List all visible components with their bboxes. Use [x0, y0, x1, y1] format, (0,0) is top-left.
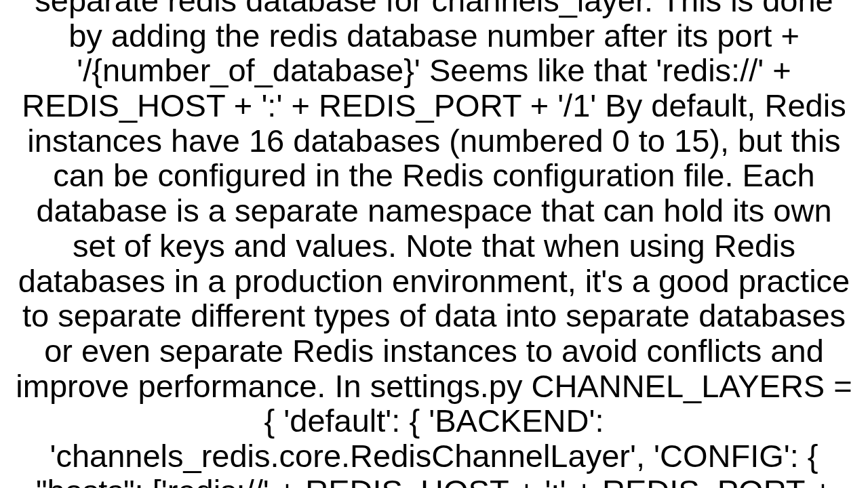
- document-body-text: separate redis database for channels_lay…: [0, 0, 868, 488]
